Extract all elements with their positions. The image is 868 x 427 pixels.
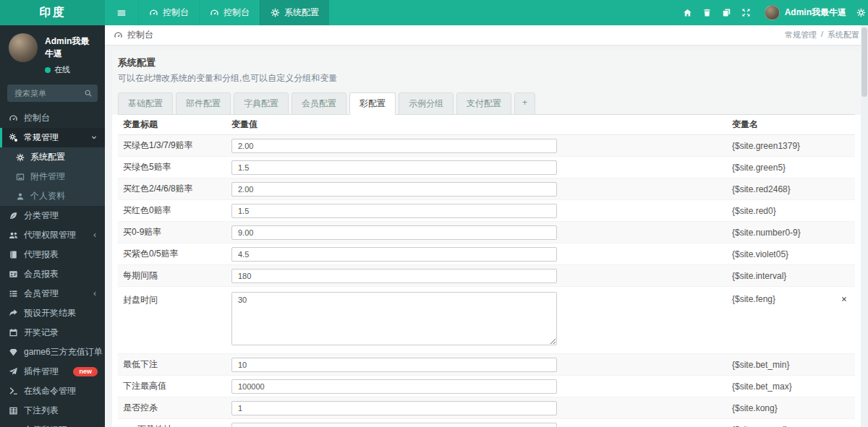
sidebar-item-category-management[interactable]: 分类管理	[0, 206, 105, 225]
fullscreen-button[interactable]	[736, 0, 756, 25]
tab-widget-config[interactable]: 部件配置	[176, 92, 231, 115]
sidebar-avatar[interactable]	[9, 33, 38, 62]
config-varname: {$site.green5}	[732, 163, 786, 173]
config-value-input[interactable]	[231, 139, 557, 153]
config-value-input[interactable]	[231, 182, 557, 197]
sidebar-item-agent-report[interactable]: 代理报表	[0, 245, 105, 264]
tab-member-config[interactable]: 会员配置	[292, 92, 346, 115]
settings-button[interactable]	[856, 0, 868, 25]
config-varname: {$site.violet05}	[732, 249, 788, 259]
sidebar-item-attachment-management[interactable]: 附件管理	[0, 167, 105, 186]
tab-lottery-config[interactable]: 彩配置	[349, 92, 396, 115]
scrollbar-thumb[interactable]	[861, 27, 867, 97]
topbar-tab-label: 控制台	[224, 7, 250, 19]
breadcrumb: 控制台	[114, 29, 153, 41]
trash-icon	[702, 8, 712, 17]
menu-label: 开奖记录	[24, 327, 59, 339]
app-logo[interactable]: 印度	[0, 0, 105, 25]
id-card-icon	[9, 269, 18, 279]
config-value-input[interactable]	[231, 401, 557, 415]
menu-label: 分类管理	[24, 210, 59, 222]
config-value-textarea[interactable]: 30	[231, 292, 557, 345]
table-row: 封盘时间 30 {$site.feng}	[118, 287, 855, 354]
scrollbar[interactable]	[861, 25, 868, 427]
panel-subtitle: 可以在此增改系统的变量和分组,也可以自定义分组和变量	[118, 72, 855, 85]
config-value-input[interactable]	[231, 247, 557, 262]
share-icon	[9, 309, 18, 318]
sidebar-user-panel: Admin我最牛逼 在线	[0, 25, 105, 81]
config-value-input[interactable]	[231, 160, 557, 175]
config-title: 买红色2/4/6/8赔率	[118, 183, 231, 195]
tab-basic-config[interactable]: 基础配置	[118, 92, 173, 115]
online-dot-icon	[45, 67, 51, 73]
sidebar-item-online-command[interactable]: 在线命令管理	[0, 381, 105, 401]
tachometer-icon	[210, 8, 219, 17]
config-varname: {$site.number0-9}	[732, 228, 801, 238]
breadcrumb-separator: /	[821, 30, 823, 40]
config-varname: {$site.red2468}	[732, 184, 791, 194]
sidebar-item-profile[interactable]: 个人资料	[0, 186, 105, 206]
gem-icon	[9, 348, 18, 357]
home-button[interactable]	[678, 0, 697, 25]
config-value-input[interactable]	[231, 225, 557, 240]
sidebar-item-general-management[interactable]: 常规管理	[0, 128, 105, 147]
tab-example-group[interactable]: 示例分组	[399, 92, 454, 115]
list-icon	[9, 289, 18, 298]
config-value-input[interactable]	[231, 269, 557, 283]
breadcrumb-current: 系统配置	[827, 30, 859, 40]
column-header-varname: 变量名	[732, 118, 855, 131]
topbar-tab-dashboard-2[interactable]: 控制台	[199, 0, 260, 25]
close-icon	[841, 296, 848, 303]
sidebar-item-member-management[interactable]: 会员管理	[0, 284, 105, 303]
menu-label: 控制台	[24, 112, 50, 124]
gear-icon	[16, 153, 25, 162]
user-avatar[interactable]	[765, 5, 780, 20]
terminal-icon	[9, 387, 18, 396]
topbar-tab-label: 控制台	[163, 7, 189, 19]
menu-label: 插件管理	[24, 366, 59, 378]
config-value-input[interactable]	[231, 358, 557, 372]
remove-field-button[interactable]	[841, 296, 848, 303]
copy-tabs-button[interactable]	[717, 0, 736, 25]
config-value-input[interactable]	[231, 204, 557, 218]
config-value-input[interactable]	[231, 423, 557, 427]
sidebar-item-preset-lottery-result[interactable]: 预设开奖结果	[0, 303, 105, 323]
tab-dictionary-config[interactable]: 字典配置	[234, 92, 289, 115]
sidebar-item-lottery-record[interactable]: 开奖记录	[0, 323, 105, 342]
clear-cache-button[interactable]	[697, 0, 717, 25]
config-title: 是否控杀	[118, 402, 231, 414]
username-label[interactable]: Admin我最牛逼	[785, 7, 846, 19]
config-value-input[interactable]	[231, 379, 557, 394]
sidebar-toggle-button[interactable]	[105, 0, 138, 25]
sidebar-submenu-general: 系统配置 附件管理 个人资料	[0, 147, 105, 206]
sidebar-item-system-config[interactable]: 系统配置	[0, 147, 105, 167]
table-row: app下载地址 {$site.app_url}	[118, 419, 855, 427]
menu-label: 会员管理	[24, 288, 59, 300]
sidebar-item-agent-permission[interactable]: 代理权限管理	[0, 225, 105, 245]
sidebar-item-plugin-management[interactable]: 插件管理 new	[0, 362, 105, 381]
breadcrumb-parent[interactable]: 常规管理	[785, 30, 817, 40]
tab-add-button[interactable]: +	[514, 92, 535, 115]
config-varname: {$site.bet_min}	[732, 360, 789, 370]
online-status-label: 在线	[54, 64, 70, 75]
column-header-title: 变量标题	[118, 118, 231, 131]
topbar-tab-system-config[interactable]: 系统配置	[260, 0, 329, 25]
sidebar-item-bet-list[interactable]: 下注列表	[0, 401, 105, 420]
tachometer-icon	[9, 113, 18, 123]
sidebar-item-member-report[interactable]: 会员报表	[0, 264, 105, 284]
search-icon[interactable]	[84, 89, 93, 98]
topbar-tab-dashboard-1[interactable]: 控制台	[138, 0, 199, 25]
tab-payment-config[interactable]: 支付配置	[456, 92, 511, 115]
menu-label: 充值和提现	[24, 424, 67, 427]
panel-header: 系统配置 可以在此增改系统的变量和分组,也可以自定义分组和变量 基础配置 部件配…	[112, 50, 861, 115]
book-icon	[9, 250, 18, 259]
config-varname: {$site.app_url}	[732, 425, 788, 427]
table-row: 是否控杀 {$site.kong}	[118, 397, 855, 419]
sidebar-item-recharge-withdraw[interactable]: 充值和提现	[0, 420, 105, 427]
breadcrumb-path: 常规管理 / 系统配置	[785, 30, 859, 40]
home-icon	[683, 8, 692, 17]
table-row: 买绿色1/3/7/9赔率 {$site.green1379}	[118, 135, 855, 157]
sidebar-item-game6-recharge-orders[interactable]: game6三方充值订单	[0, 342, 105, 362]
sidebar-item-dashboard[interactable]: 控制台	[0, 108, 105, 128]
topbar: 印度 控制台 控制台 系统配置 Admin我最牛逼	[0, 0, 868, 25]
